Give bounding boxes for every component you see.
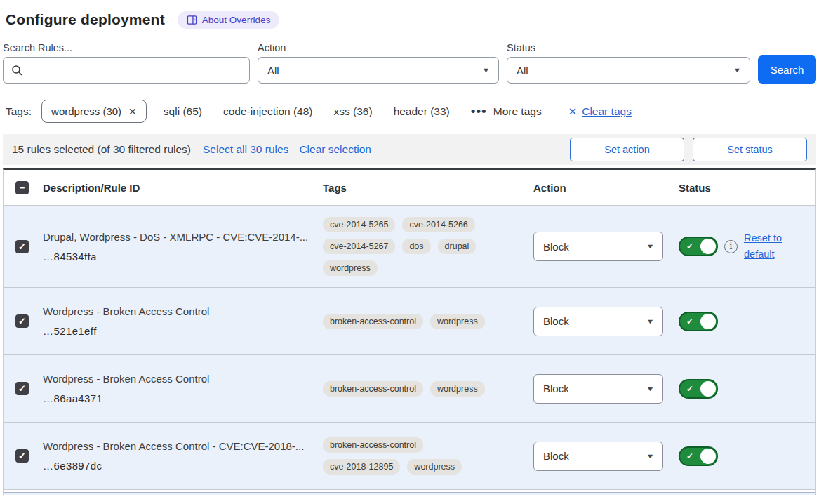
table-row: ✓ Wordpress - Broken Access Control …521…: [4, 288, 815, 355]
check-icon: ✓: [686, 451, 693, 461]
rule-action-select[interactable]: Block ▼: [533, 442, 663, 471]
table-row: ✓ Wordpress - Broken Access Control …86a…: [4, 355, 815, 423]
rule-tags: broken-access-controlwordpress: [323, 381, 533, 397]
status-filter-value: All: [517, 65, 528, 77]
book-icon: [187, 15, 197, 25]
rule-description: Wordpress - Broken Access Control: [43, 373, 323, 385]
toggle-knob: [700, 314, 716, 329]
tag-chip: dos: [402, 239, 430, 254]
chevron-down-icon: ▼: [646, 318, 654, 325]
page-title: Configure deployment: [6, 11, 165, 28]
rule-action-value: Block: [543, 383, 569, 394]
check-icon: ✓: [686, 317, 693, 326]
toggle-knob: [700, 239, 716, 254]
tag-filter[interactable]: xss (36): [334, 105, 373, 117]
rule-id: …86aa4371: [43, 392, 323, 404]
chevron-down-icon: ▼: [646, 243, 654, 250]
remove-tag-icon[interactable]: ✕: [128, 106, 137, 117]
toggle-knob: [700, 449, 716, 464]
rule-id: …6e3897dc: [43, 460, 323, 472]
status-toggle[interactable]: ✓: [679, 446, 718, 466]
tag-chip: wordpress: [430, 381, 485, 397]
tag-filter-list: sqli (65)code-injection (48)xss (36)head…: [164, 105, 471, 118]
about-overrides-link[interactable]: About Overrides: [178, 11, 280, 29]
table-row: ✓ Wordpress - Broken Access Control - CV…: [4, 423, 815, 490]
tag-chip: wordpress: [323, 260, 378, 276]
status-toggle[interactable]: ✓: [679, 379, 718, 399]
close-icon: ✕: [568, 105, 578, 118]
status-filter-select[interactable]: All ▼: [507, 57, 750, 84]
tag-chip: cve-2014-5266: [402, 217, 474, 232]
rule-description: Drupal, Wordpress - DoS - XMLRPC - CVE:C…: [43, 231, 323, 243]
search-rules-field[interactable]: [3, 57, 250, 84]
row-checkbox[interactable]: ✓: [15, 314, 29, 328]
column-header-tags: Tags: [323, 182, 533, 194]
status-toggle[interactable]: ✓: [679, 312, 718, 331]
tag-chip: wordpress: [407, 459, 462, 475]
check-icon: ✓: [18, 384, 26, 393]
search-rules-label: Search Rules...: [3, 42, 250, 53]
tag-chip: broken-access-control: [323, 381, 423, 397]
rule-description: Wordpress - Broken Access Control: [43, 305, 323, 317]
chevron-down-icon: ▼: [733, 67, 741, 74]
info-icon[interactable]: i: [724, 240, 738, 253]
column-header-status: Status: [679, 182, 815, 194]
selection-bar: 15 rules selected (of 30 filtered rules)…: [3, 134, 816, 165]
row-checkbox[interactable]: ✓: [15, 449, 29, 463]
rule-action-select[interactable]: Block ▼: [533, 232, 663, 261]
chevron-down-icon: ▼: [481, 67, 490, 74]
tag-filter[interactable]: header (33): [394, 105, 450, 117]
select-all-link[interactable]: Select all 30 rules: [203, 143, 288, 156]
search-rules-input[interactable]: [29, 65, 241, 77]
page-header: Configure deployment About Overrides: [6, 8, 816, 31]
rules-table: − Description/Rule ID Tags Action Status…: [3, 168, 816, 495]
action-filter-value: All: [267, 65, 279, 77]
select-all-checkbox[interactable]: −: [15, 181, 29, 194]
clear-tags-link[interactable]: ✕ Clear tags: [568, 105, 632, 118]
tag-filter[interactable]: sqli (65): [164, 105, 202, 117]
row-checkbox[interactable]: ✓: [15, 240, 29, 253]
rule-id: …521e1eff: [43, 325, 323, 337]
rule-tags: cve-2014-5265cve-2014-5266cve-2014-5267d…: [323, 217, 533, 276]
more-tags-button[interactable]: ••• More tags: [471, 105, 542, 118]
reset-to-default-link[interactable]: Reset to default: [744, 230, 787, 263]
rule-action-value: Block: [543, 241, 569, 253]
selection-summary: 15 rules selected (of 30 filtered rules): [12, 143, 191, 156]
selected-tag-label: wordpress (30): [51, 105, 121, 117]
rule-action-select[interactable]: Block ▼: [533, 307, 663, 336]
rules-table-body: ✓ Drupal, Wordpress - DoS - XMLRPC - CVE…: [4, 206, 815, 490]
action-filter-select[interactable]: All ▼: [258, 57, 499, 84]
selected-tag-chip[interactable]: wordpress (30) ✕: [41, 100, 147, 123]
tag-chip: drupal: [438, 239, 477, 254]
rule-tags: broken-access-controlwordpress: [323, 314, 533, 329]
set-action-button[interactable]: Set action: [570, 138, 684, 161]
tag-chip: cve-2018-12895: [323, 459, 400, 475]
check-icon: ✓: [18, 317, 26, 326]
set-status-button[interactable]: Set status: [693, 138, 807, 161]
column-header-action: Action: [533, 182, 679, 194]
tag-filter[interactable]: code-injection (48): [223, 105, 313, 117]
rule-action-select[interactable]: Block ▼: [533, 374, 663, 404]
row-checkbox[interactable]: ✓: [15, 382, 29, 395]
check-icon: ✓: [18, 451, 26, 460]
clear-tags-label: Clear tags: [582, 105, 632, 118]
rule-id: …84534ffa: [43, 251, 323, 263]
check-icon: ✓: [18, 242, 26, 251]
tags-bar: Tags: wordpress (30) ✕ sqli (65)code-inj…: [6, 98, 816, 124]
status-toggle[interactable]: ✓: [679, 237, 718, 256]
table-row: ✓ Drupal, Wordpress - DoS - XMLRPC - CVE…: [4, 206, 815, 288]
clear-selection-link[interactable]: Clear selection: [299, 143, 371, 156]
rule-action-value: Block: [543, 450, 569, 462]
check-icon: ✓: [686, 241, 693, 251]
chevron-down-icon: ▼: [646, 385, 654, 392]
configure-deployment-page: Configure deployment About Overrides Sea…: [0, 8, 819, 495]
tag-chip: wordpress: [430, 314, 485, 329]
ellipsis-icon: •••: [471, 108, 487, 115]
status-filter-label: Status: [507, 42, 750, 53]
tag-chip: cve-2014-5265: [323, 217, 395, 232]
search-button[interactable]: Search: [758, 55, 816, 84]
tag-chip: broken-access-control: [323, 437, 423, 453]
filters-row: Search Rules... Action All ▼ Status All …: [3, 42, 816, 84]
tag-chip: broken-access-control: [323, 314, 423, 329]
rule-description: Wordpress - Broken Access Control - CVE:…: [43, 440, 323, 452]
